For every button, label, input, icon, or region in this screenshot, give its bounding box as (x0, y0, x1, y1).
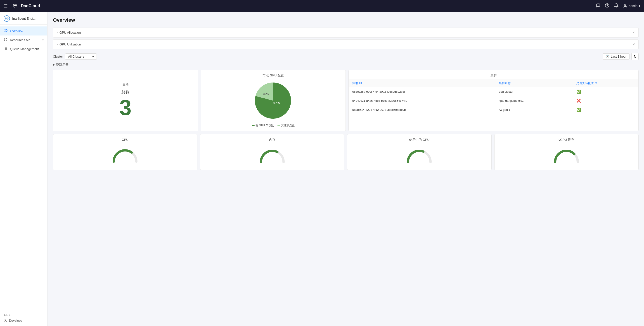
gpu-allocation-section: › GPU Allocation × (53, 28, 638, 38)
app-icon (4, 15, 10, 22)
gpu-allocation-left: › GPU Allocation (57, 31, 81, 34)
queue-label: Queue Management (10, 47, 39, 51)
cluster-select[interactable]: All Clusters ▾ (65, 53, 97, 60)
resources-chevron-icon: ▾ (42, 38, 44, 42)
legend-gpu-dot (252, 125, 254, 126)
gpu-allocation-label: GPU Allocation (60, 31, 81, 34)
resource-section: ▾ 资源用量 集群 总数 3 节点 GPU 配置 (53, 63, 638, 170)
sidebar-item-developer[interactable]: Developer (4, 319, 44, 322)
gpu-utilization-chevron-icon: › (57, 43, 58, 46)
section-chevron-icon: ▾ (53, 63, 54, 67)
user-chevron-icon: ▾ (639, 4, 640, 8)
topnav: ☰ DaoCloud (0, 0, 644, 12)
gpu-utilization-close-icon[interactable]: × (633, 42, 635, 46)
cluster-id-cell: 5fdab614-e20b-4f12-997a-3ddc6efadc9b (349, 105, 495, 114)
gpu-utilization-label: GPU Utilization (60, 42, 81, 46)
sidebar-item-queue[interactable]: Queue Management (0, 44, 47, 54)
table-row: 0530c25a-099f-4fc4-80a2-f9d69d592b3fgpu-… (349, 87, 638, 96)
svg-text:67%: 67% (274, 101, 280, 105)
total-label: 总数 (122, 90, 130, 95)
pie-legend: 有 GPU 节点数 其他节点数 (252, 124, 295, 128)
page-title: Overview (53, 17, 638, 23)
resources-icon (4, 38, 8, 42)
gpu-in-use-card: 使用中的 GPU (347, 134, 492, 170)
gpu-utilization-section: › GPU Utilization × (53, 39, 638, 49)
refresh-button[interactable]: ↻ (631, 53, 638, 60)
memory-title: 内存 (269, 138, 276, 142)
col-cluster-name: 集群名称 (495, 79, 573, 87)
user-menu[interactable]: admin ▾ (623, 4, 640, 8)
svg-point-4 (624, 4, 626, 6)
cluster-status-cell: ✅ (573, 87, 638, 96)
resources-label: Resources Ma... (10, 38, 33, 42)
gpu-config-title: 节点 GPU 配置 (262, 74, 284, 78)
gpu-gauge-svg (406, 148, 433, 163)
cpu-title: CPU (122, 138, 128, 142)
filter-right: 🕐 Last 1 hour ↻ (602, 53, 638, 60)
filter-bar: Cluster All Clusters ▾ 🕐 Last 1 hour ↻ (53, 53, 638, 60)
pie-svg: 67% 33% (253, 80, 294, 121)
vgpu-title: vGPU 显存 (558, 138, 574, 142)
gpu-in-use-title: 使用中的 GPU (409, 138, 430, 142)
memory-gauge-svg (259, 148, 286, 163)
gpu-allocation-close-icon[interactable]: × (633, 30, 635, 34)
cluster-value: All Clusters (68, 55, 84, 58)
cpu-gauge (112, 147, 138, 163)
col-cluster-id: 集群 ID (349, 79, 495, 87)
topnav-icons: admin ▾ (596, 3, 640, 9)
sidebar-item-resources[interactable]: Resources Ma... ▾ (0, 36, 47, 44)
gpu-allocation-chevron-icon: › (57, 31, 58, 34)
gpu-utilization-header[interactable]: › GPU Utilization × (53, 40, 638, 49)
cpu-gauge-svg (112, 147, 138, 163)
sidebar-item-overview[interactable]: Overview (0, 26, 47, 36)
bell-icon[interactable] (614, 3, 618, 9)
resource-section-header[interactable]: ▾ 资源用量 (53, 63, 638, 67)
cluster-name-cell: gpu-cluster (495, 87, 573, 96)
sidebar-app-name: Intelligent Engi... (12, 17, 36, 20)
refresh-icon: ↻ (634, 54, 636, 59)
cluster-status-cell: ❌ (573, 96, 638, 105)
help-icon[interactable] (605, 3, 610, 9)
legend-other-dot (278, 125, 280, 126)
gpu-utilization-left: › GPU Utilization (57, 42, 81, 46)
cluster-count-card: 集群 总数 3 (53, 70, 198, 131)
time-selector[interactable]: 🕐 Last 1 hour (602, 53, 630, 60)
queue-icon (4, 47, 8, 51)
brand-name: DaoCloud (21, 4, 40, 8)
svg-point-2 (605, 4, 609, 7)
svg-text:33%: 33% (263, 92, 269, 96)
sidebar: Intelligent Engi... Overview Res (0, 12, 48, 326)
cluster-id-cell: 54940c21-a4a6-4dcd-b7ce-a339664174f9 (349, 96, 495, 105)
gpu-allocation-header[interactable]: › GPU Allocation × (53, 28, 638, 37)
svg-point-5 (6, 18, 7, 19)
pie-chart: 67% 33% (253, 80, 294, 121)
hamburger-icon[interactable]: ☰ (4, 3, 8, 8)
cross-icon: ❌ (576, 99, 581, 103)
cluster-select-chevron-icon: ▾ (92, 55, 94, 58)
cluster-filter-label: Cluster (53, 55, 63, 58)
svg-rect-0 (11, 2, 18, 10)
overview-label: Overview (10, 29, 23, 33)
resource-section-title: 资源用量 (56, 63, 68, 67)
svg-point-6 (5, 30, 6, 31)
table-row: 5fdab614-e20b-4f12-997a-3ddc6efadc9brw-g… (349, 105, 638, 114)
cluster-card-title: 集群 (122, 83, 129, 87)
cluster-id-cell: 0530c25a-099f-4fc4-80a2-f9d69d592b3f (349, 87, 495, 96)
table-header-row: 集群 ID 集群名称 是否安装配置 C (349, 79, 638, 87)
developer-label: Developer (9, 319, 24, 322)
table-row: 54940c21-a4a6-4dcd-b7ce-a339664174f9kpan… (349, 96, 638, 105)
svg-point-13 (5, 319, 6, 320)
metric-cards-row: CPU 内存 (53, 134, 638, 170)
layout: Intelligent Engi... Overview Res (0, 12, 644, 326)
chat-icon[interactable] (596, 3, 600, 9)
legend-gpu-nodes: 有 GPU 节点数 (252, 124, 274, 128)
daocloud-logo (11, 2, 18, 10)
clock-icon: 🕐 (606, 55, 610, 58)
gpu-in-use-gauge (406, 148, 433, 163)
gpu-config-card: 节点 GPU 配置 67% 33% (201, 70, 346, 131)
logo-area: DaoCloud (11, 2, 593, 10)
vgpu-gauge-svg (553, 148, 580, 163)
main-content: Overview › GPU Allocation × › GPU Utiliz… (48, 12, 644, 326)
cluster-status-cell: ✅ (573, 105, 638, 114)
filter-left: Cluster All Clusters ▾ (53, 53, 97, 60)
